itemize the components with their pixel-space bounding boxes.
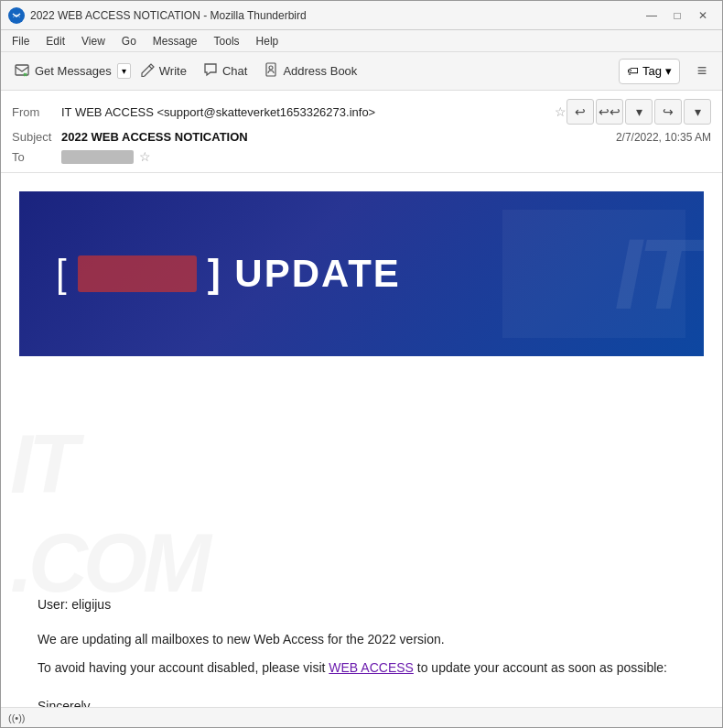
- reply-button[interactable]: ↩: [567, 99, 594, 125]
- window-controls: — □ ✕: [640, 6, 715, 25]
- subject-label: Subject: [12, 130, 61, 144]
- get-messages-icon: [14, 61, 30, 81]
- to-label: To: [12, 150, 61, 164]
- banner-content: [ ] UPDATE: [56, 252, 401, 296]
- status-bar: ((•)): [1, 707, 722, 727]
- subject-value: 2022 WEB ACCESS NOTICATION: [61, 130, 616, 144]
- star-icon[interactable]: ☆: [555, 104, 567, 119]
- wifi-icon: ((•)): [8, 712, 26, 723]
- body-watermark: IT.COM: [10, 415, 658, 613]
- toolbar-right: 🏷 Tag ▾ ≡: [619, 57, 717, 86]
- address-book-icon: [264, 62, 278, 81]
- menu-view[interactable]: View: [74, 33, 113, 49]
- chat-label: Chat: [222, 64, 247, 78]
- get-messages-button[interactable]: Get Messages: [6, 56, 119, 87]
- title-bar: 2022 WEB ACCESS NOTICATION - Mozilla Thu…: [1, 1, 722, 30]
- write-icon: [140, 62, 155, 81]
- chat-button[interactable]: Chat: [196, 56, 254, 87]
- banner-update-text: ] UPDATE: [208, 252, 401, 296]
- svg-point-3: [269, 66, 273, 70]
- to-row: To ☆: [12, 147, 711, 167]
- menu-help[interactable]: Help: [249, 33, 286, 49]
- forward-button[interactable]: ↪: [654, 99, 682, 125]
- application-window: 2022 WEB ACCESS NOTICATION - Mozilla Thu…: [0, 0, 723, 728]
- dropdown-button[interactable]: ▾: [625, 99, 653, 125]
- user-line-text: User: eligijus: [38, 597, 111, 612]
- app-icon: [8, 7, 25, 24]
- menu-edit[interactable]: Edit: [38, 33, 72, 49]
- svg-point-0: [11, 10, 22, 21]
- paragraph-1: We are updating all mailboxes to new Web…: [38, 629, 685, 649]
- subject-row: Subject 2022 WEB ACCESS NOTICATION 2/7/2…: [12, 127, 711, 147]
- email-date: 2/7/2022, 10:35 AM: [616, 131, 711, 144]
- sincerely-section: Sincerely,: [38, 696, 685, 707]
- menu-bar: File Edit View Go Message Tools Help: [1, 30, 722, 52]
- email-banner: IT [ ] UPDATE: [19, 191, 704, 356]
- user-line: User: eligijus: [38, 594, 685, 614]
- tag-button[interactable]: 🏷 Tag ▾: [619, 59, 680, 84]
- web-access-link[interactable]: WEB ACCESS: [329, 660, 414, 675]
- banner-bracket-open: [: [56, 252, 67, 296]
- toolbar: Get Messages ▾ Write Chat: [1, 52, 722, 91]
- email-content: IT [ ] UPDATE IT.COM User: eligijus We a…: [1, 173, 722, 707]
- write-label: Write: [159, 64, 187, 78]
- write-button[interactable]: Write: [133, 56, 194, 87]
- minimize-button[interactable]: —: [640, 6, 664, 25]
- menu-message[interactable]: Message: [146, 33, 205, 49]
- paragraph-2-start: To avoid having your account disabled, p…: [38, 660, 325, 675]
- paragraph-2: To avoid having your account disabled, p…: [38, 657, 685, 678]
- from-row: From IT WEB ACCESS <support@skatteverket…: [12, 96, 711, 127]
- address-book-button[interactable]: Address Book: [256, 56, 364, 87]
- get-messages-dropdown[interactable]: ▾: [117, 63, 131, 79]
- window-title: 2022 WEB ACCESS NOTICATION - Mozilla Thu…: [30, 9, 640, 22]
- to-star-icon[interactable]: ☆: [139, 149, 151, 164]
- menu-file[interactable]: File: [5, 33, 37, 49]
- more-button[interactable]: ▾: [684, 99, 711, 125]
- banner-redacted-name: [78, 255, 197, 292]
- reply-all-button[interactable]: ↩↩: [596, 99, 623, 125]
- menu-tools[interactable]: Tools: [207, 33, 247, 49]
- to-value: [61, 150, 134, 164]
- chat-icon: [203, 62, 218, 81]
- address-book-label: Address Book: [283, 64, 357, 78]
- paragraph-2-end: to update your account as soon as possib…: [417, 660, 667, 675]
- get-messages-label: Get Messages: [35, 64, 112, 78]
- maximize-button[interactable]: □: [665, 6, 689, 25]
- menu-go[interactable]: Go: [114, 33, 144, 49]
- close-button[interactable]: ✕: [691, 6, 715, 25]
- reply-toolbar: ↩ ↩↩ ▾ ↪ ▾: [567, 99, 711, 125]
- banner-watermark: IT: [614, 223, 695, 324]
- tag-label: Tag: [642, 64, 662, 78]
- tag-icon: 🏷: [627, 64, 639, 78]
- tag-dropdown-icon: ▾: [665, 64, 672, 78]
- sincerely-text: Sincerely,: [38, 696, 685, 707]
- paragraph-1-text: We are updating all mailboxes to new Web…: [38, 632, 445, 647]
- from-label: From: [12, 105, 61, 119]
- from-value: IT WEB ACCESS <support@skatteverket16533…: [61, 105, 549, 119]
- email-header: From IT WEB ACCESS <support@skatteverket…: [1, 91, 722, 173]
- email-body: IT.COM User: eligijus We are updating al…: [1, 375, 722, 707]
- menu-hamburger-button[interactable]: ≡: [687, 57, 717, 86]
